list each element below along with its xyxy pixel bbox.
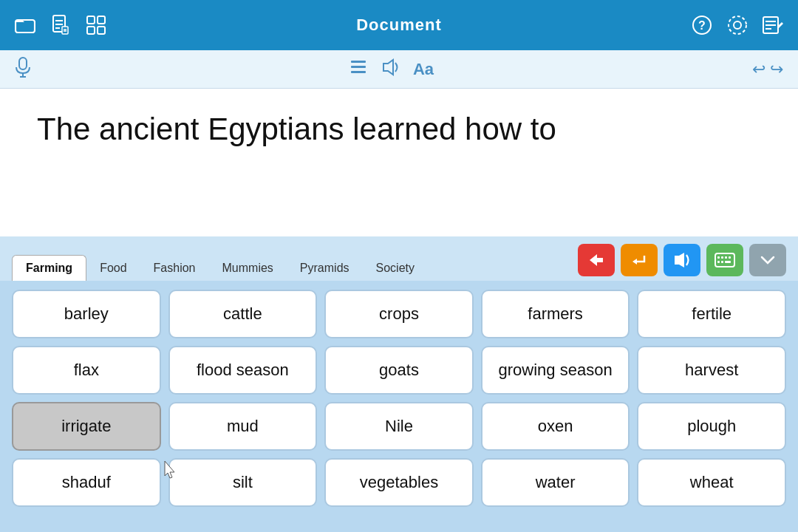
svg-rect-10 — [87, 27, 95, 34]
svg-marker-26 — [383, 60, 393, 75]
word-card[interactable]: wheat — [637, 458, 786, 507]
word-grid-container: barleycattlecropsfarmersfertileflaxflood… — [0, 281, 798, 532]
word-card[interactable]: shaduf — [12, 458, 161, 507]
svg-rect-9 — [98, 16, 105, 24]
svg-rect-24 — [351, 66, 366, 68]
svg-rect-35 — [725, 261, 731, 263]
svg-rect-5 — [62, 27, 68, 34]
word-card[interactable]: goats — [324, 346, 474, 395]
expand-button[interactable] — [749, 244, 786, 276]
word-card[interactable]: mud — [168, 402, 318, 451]
svg-point-14 — [734, 21, 741, 29]
delete-button[interactable] — [578, 244, 615, 276]
toolbar-right: ? — [689, 12, 786, 38]
bottom-panel: Farming Food Fashion Mummies Pyramids So… — [0, 236, 798, 532]
svg-rect-28 — [715, 253, 734, 267]
word-card[interactable]: flood season — [168, 346, 318, 395]
word-card[interactable]: crops — [324, 290, 474, 338]
word-card[interactable]: silt — [168, 458, 318, 507]
svg-text:?: ? — [698, 19, 706, 32]
secondary-right: ↩ ↪ — [752, 60, 783, 79]
tabs-container: Farming Food Fashion Mummies Pyramids So… — [0, 236, 798, 281]
svg-rect-23 — [351, 61, 366, 63]
help-icon[interactable]: ? — [689, 12, 715, 38]
undo-icon[interactable]: ↩ — [752, 60, 765, 79]
document-area: The ancient Egyptians learned how to — [0, 89, 798, 236]
svg-rect-11 — [98, 27, 105, 34]
tab-society[interactable]: Society — [363, 255, 428, 281]
font-icon[interactable]: Aa — [413, 60, 434, 79]
svg-rect-33 — [717, 261, 720, 263]
file-icon[interactable] — [47, 12, 74, 38]
document-text: The ancient Egyptians learned how to — [37, 111, 761, 148]
svg-rect-20 — [19, 58, 27, 69]
word-card[interactable]: vegetables — [324, 458, 474, 507]
edit-doc-icon[interactable] — [760, 12, 786, 38]
tab-food[interactable]: Food — [86, 255, 140, 281]
word-card[interactable]: cattle — [168, 290, 318, 338]
svg-rect-30 — [721, 256, 723, 259]
word-card[interactable]: growing season — [481, 346, 630, 395]
svg-rect-31 — [725, 256, 727, 259]
word-card[interactable]: barley — [12, 290, 161, 338]
grid-icon[interactable] — [83, 12, 109, 38]
microphone-icon[interactable] — [15, 57, 31, 81]
word-card[interactable]: water — [481, 458, 630, 507]
svg-rect-25 — [351, 71, 366, 73]
tab-farming[interactable]: Farming — [12, 255, 86, 281]
tab-pyramids[interactable]: Pyramids — [287, 255, 363, 281]
top-toolbar: Document ? — [0, 0, 798, 50]
word-card[interactable]: fertile — [637, 290, 786, 338]
action-buttons — [578, 244, 786, 281]
tab-mummies[interactable]: Mummies — [209, 255, 287, 281]
enter-button[interactable] — [621, 244, 658, 276]
svg-rect-8 — [87, 16, 95, 24]
sound-icon[interactable] — [381, 58, 400, 80]
word-card[interactable]: harvest — [637, 346, 786, 395]
redo-icon[interactable]: ↪ — [770, 60, 783, 79]
svg-marker-27 — [675, 253, 684, 267]
svg-rect-32 — [729, 256, 731, 259]
svg-rect-34 — [721, 261, 723, 263]
word-card[interactable]: farmers — [481, 290, 630, 338]
list-icon[interactable] — [349, 58, 367, 80]
secondary-center: Aa — [349, 58, 434, 80]
tabs-list: Farming Food Fashion Mummies Pyramids So… — [12, 255, 428, 281]
word-card[interactable]: flax — [12, 346, 161, 395]
word-card[interactable]: oxen — [481, 402, 630, 451]
svg-point-15 — [729, 16, 746, 34]
speak-button[interactable] — [664, 244, 700, 276]
word-card[interactable]: Nile — [324, 402, 474, 451]
word-card[interactable]: plough — [637, 402, 786, 451]
word-grid: barleycattlecropsfarmersfertileflaxflood… — [12, 290, 786, 507]
settings-icon[interactable] — [724, 12, 751, 38]
main-content: Aa ↩ ↪ The ancient Egyptians learned how… — [0, 50, 798, 532]
folder-icon[interactable] — [12, 12, 38, 38]
tab-fashion[interactable]: Fashion — [140, 255, 209, 281]
secondary-toolbar: Aa ↩ ↪ — [0, 50, 798, 89]
toolbar-left — [12, 12, 109, 38]
keyboard-button[interactable] — [706, 244, 743, 276]
font-label: Aa — [413, 60, 434, 78]
svg-rect-29 — [717, 256, 720, 259]
word-card[interactable]: irrigate — [12, 402, 161, 451]
app-title: Document — [356, 16, 442, 35]
secondary-left — [15, 57, 31, 81]
